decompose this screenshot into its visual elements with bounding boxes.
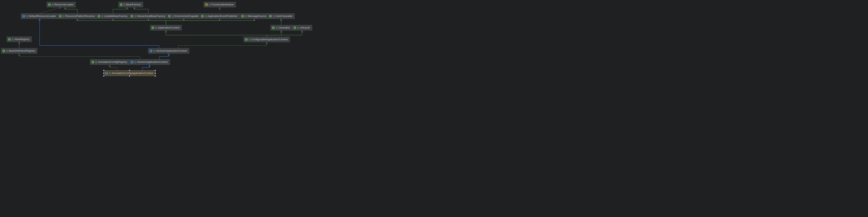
interface-icon: I xyxy=(293,26,296,29)
node-ApplicationContext[interactable]: IApplicationContext xyxy=(150,25,182,31)
selection-handle[interactable] xyxy=(103,75,104,77)
edge-ResourcePatternResolver-to-ResourceLoader xyxy=(65,7,78,13)
class-icon: C xyxy=(150,49,152,52)
lock-icon xyxy=(276,27,277,29)
selection-handle[interactable] xyxy=(129,75,130,77)
node-AnnotationConfigRegistry[interactable]: IAnnotationConfigRegistry xyxy=(90,59,129,65)
node-Lifecycle[interactable]: ILifecycle xyxy=(292,25,312,31)
lock-icon xyxy=(209,3,211,6)
class-hierarchy-diagram[interactable]: IResourceLoaderIBeanFactory@FunctionalIn… xyxy=(0,0,313,78)
selection-handle[interactable] xyxy=(129,70,130,71)
node-label: BeanDefinitionRegistry xyxy=(9,49,35,53)
lock-icon xyxy=(153,50,155,52)
lock-icon xyxy=(205,15,207,17)
lock-icon xyxy=(101,15,103,17)
lock-icon xyxy=(172,15,174,17)
selection-handle[interactable] xyxy=(103,73,104,74)
edge-Closeable-to-AutoCloseable xyxy=(281,19,281,25)
interface-icon: I xyxy=(201,15,204,17)
edge-ApplicationContext-to-ListableBeanFactory xyxy=(113,19,166,25)
class-icon: C xyxy=(105,72,108,75)
edge-HierarchicalBeanFactory-to-BeanFactory xyxy=(134,7,148,13)
node-GenericApplicationContext[interactable]: CGenericApplicationContext xyxy=(129,59,170,65)
edge-GenericApplicationContext-to-BeanDefinitionRegistry xyxy=(19,53,140,59)
interface-icon: I xyxy=(130,15,133,17)
node-label: ResourceLoader xyxy=(54,3,73,6)
node-label: ConfigurableApplicationContext xyxy=(251,38,288,41)
interface-icon: I xyxy=(168,15,171,17)
class-icon: C xyxy=(22,15,25,17)
lock-icon xyxy=(26,15,28,17)
node-label: GenericApplicationContext xyxy=(137,60,168,64)
node-HierarchicalBeanFactory[interactable]: IHierarchicalBeanFactory xyxy=(129,13,167,19)
node-Closeable[interactable]: ICloseable xyxy=(271,25,292,31)
lock-icon xyxy=(52,3,54,6)
node-label: AliasRegistry xyxy=(14,37,30,41)
lock-icon xyxy=(245,15,247,17)
selection-handle[interactable] xyxy=(155,70,156,71)
lock-icon xyxy=(134,15,136,17)
interface-icon: I xyxy=(98,15,100,17)
selection-handle[interactable] xyxy=(103,70,104,71)
node-label: DefaultResourceLoader xyxy=(29,14,56,18)
edge-AnnotationConfigApplicationContext-to-GenericApplicationContext xyxy=(142,65,150,70)
lock-icon xyxy=(134,61,136,63)
node-ConfigurableApplicationContext[interactable]: IConfigurableApplicationContext xyxy=(244,37,290,42)
node-AliasRegistry[interactable]: IAliasRegistry xyxy=(7,36,32,42)
interface-icon: I xyxy=(91,61,94,64)
node-DefaultResourceLoader[interactable]: CDefaultResourceLoader xyxy=(21,13,58,19)
node-label: EnvironmentCapable xyxy=(174,14,198,18)
node-ListableBeanFactory[interactable]: IListableBeanFactory xyxy=(96,13,130,19)
lock-icon xyxy=(109,72,111,74)
edge-ApplicationContext-to-EnvironmentCapable xyxy=(166,19,184,25)
selection-handle[interactable] xyxy=(155,73,156,74)
node-ApplicationEventPublisher[interactable]: IApplicationEventPublisher xyxy=(199,13,240,19)
edge-ApplicationContext-to-MessageSource xyxy=(166,19,254,25)
edge-ConfigurableApplicationContext-to-Closeable xyxy=(267,31,281,37)
node-AnnotationConfigApplicationContext[interactable]: CAnnotationConfigApplicationContext xyxy=(104,70,155,76)
interface-icon: I xyxy=(8,38,11,41)
node-AbstractApplicationContext[interactable]: CAbstractApplicationContext xyxy=(148,48,189,53)
lock-icon xyxy=(273,15,275,17)
edge-DefaultResourceLoader-to-ResourceLoader xyxy=(39,7,61,13)
node-MessageSource[interactable]: IMessageSource xyxy=(240,13,269,19)
node-label: ListableBeanFactory xyxy=(104,14,128,18)
node-label: AbstractApplicationContext xyxy=(156,49,187,53)
interface-icon: I xyxy=(59,15,62,17)
node-BeanFactory[interactable]: IBeanFactory xyxy=(118,2,143,7)
edge-ApplicationContext-to-ResourcePatternResolver xyxy=(78,19,166,25)
lock-icon xyxy=(11,38,13,40)
node-EnvironmentCapable[interactable]: IEnvironmentCapable xyxy=(166,13,201,19)
node-ResourceLoader[interactable]: IResourceLoader xyxy=(46,2,76,7)
node-AutoCloseable[interactable]: IAutoCloseable xyxy=(268,13,294,19)
lock-icon xyxy=(6,50,8,52)
interface-icon: I xyxy=(2,49,5,52)
lock-icon xyxy=(63,15,65,17)
node-label: FunctionalInterface xyxy=(212,3,234,6)
edge-ApplicationContext-to-ApplicationEventPublisher xyxy=(166,19,220,25)
node-label: HierarchicalBeanFactory xyxy=(137,14,165,18)
node-label: BeanFactory xyxy=(126,3,141,6)
edge-AbstractApplicationContext-to-DefaultResourceLoader xyxy=(39,19,159,48)
interface-icon: I xyxy=(120,3,123,6)
interface-icon: I xyxy=(245,38,248,41)
lock-icon xyxy=(123,3,125,6)
node-label: Closeable xyxy=(278,26,290,30)
node-ResourcePatternResolver[interactable]: IResourcePatternResolver xyxy=(58,13,97,19)
edge-AnnotationConfigApplicationContext-to-AnnotationConfigRegistry xyxy=(110,65,117,70)
edge-ListableBeanFactory-to-BeanFactory xyxy=(113,7,127,13)
interface-icon: I xyxy=(241,15,244,17)
interface-icon: I xyxy=(48,3,51,6)
node-label: ApplicationEventPublisher xyxy=(207,14,238,18)
node-BeanDefinitionRegistry[interactable]: IBeanDefinitionRegistry xyxy=(1,48,37,53)
node-FunctionalInterface[interactable]: @FunctionalInterface xyxy=(204,2,236,7)
node-label: Lifecycle xyxy=(300,26,310,30)
edge-ConfigurableApplicationContext-to-ApplicationContext xyxy=(166,31,267,37)
edge-ApplicationContext-to-HierarchicalBeanFactory xyxy=(148,19,166,25)
annotation-icon: @ xyxy=(205,3,208,6)
edge-GenericApplicationContext-to-AbstractApplicationContext xyxy=(159,53,169,59)
edge-ConfigurableApplicationContext-to-Lifecycle xyxy=(267,31,302,37)
selection-handle[interactable] xyxy=(155,75,156,77)
interface-icon: I xyxy=(269,15,272,17)
node-label: ResourcePatternResolver xyxy=(65,14,95,18)
